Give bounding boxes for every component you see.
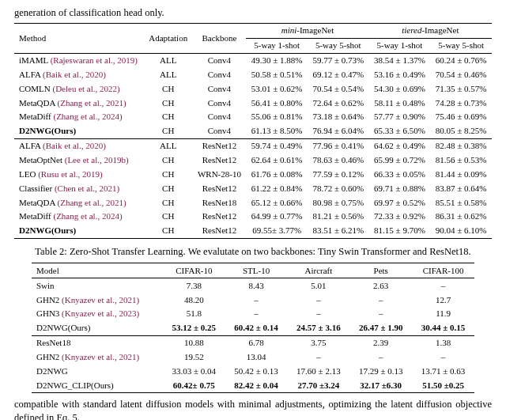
t1-head-adapt: Adaptation (144, 23, 193, 53)
table-cell: 7.38 (163, 278, 225, 293)
table-cell-model: GHN2 (Knyazev et al., 2021) (32, 293, 163, 307)
t1-head-mini: mini-mini-ImageNetImageNet (246, 23, 368, 38)
table-cell: 59.74 ± 0.49% (246, 138, 308, 153)
t2-head-0: Model (32, 263, 163, 278)
table-cell: 62.64 ± 0.61% (246, 153, 308, 167)
table-cell-model: Swin (32, 278, 163, 293)
table-cell: 61.13 ± 8.50% (246, 124, 308, 138)
table-cell: ALL (144, 67, 193, 81)
table-cell-method: ALFA (Baik et al., 2020) (14, 67, 144, 81)
table-cell: 19.52 (163, 350, 225, 364)
table-cell: CH (144, 96, 193, 110)
table-cell: 12.7 (412, 293, 474, 307)
table-cell: 60.42± 0.75 (163, 378, 225, 392)
t1-head-tiered: tiered-ImageNet (369, 23, 492, 38)
table-cell: 53.16 ± 0.49% (369, 67, 431, 81)
table-cell: – (349, 350, 412, 364)
table-cell: 72.33 ± 0.92% (369, 210, 431, 224)
table-cell: – (287, 350, 349, 364)
table-cell: CH (144, 124, 193, 138)
table-cell-model: GHN2 (Knyazev et al., 2021) (32, 350, 163, 364)
table-1: Method Adaptation Backbone mini-mini-Ima… (14, 23, 492, 239)
table-cell: 53.01 ± 0.62% (246, 81, 308, 96)
table-cell: CH (144, 181, 193, 195)
table-cell: 64.99 ± 0.77% (246, 210, 308, 224)
table-cell: 66.33 ± 0.05% (369, 167, 431, 181)
table-cell: 51.8 (163, 307, 225, 321)
table-cell: 61.22 ± 0.84% (246, 181, 308, 195)
table-cell: 70.54 ± 0.54% (308, 81, 369, 96)
table-cell: 83.51 ± 6.21% (308, 224, 369, 238)
table-cell-method: D2NWG(Ours) (14, 124, 144, 138)
table-cell: 81.21 ± 0.56% (308, 210, 369, 224)
table-cell: 13.04 (225, 350, 288, 364)
table-cell: 70.54 ± 0.46% (430, 67, 492, 81)
table-cell-model: D2NWG_CLIP(Ours) (32, 378, 163, 392)
table-cell: – (412, 350, 474, 364)
table-cell: ResNet12 (193, 138, 247, 153)
table-cell: 73.18 ± 0.64% (308, 110, 369, 124)
table-cell: 50.58 ± 0.51% (246, 67, 308, 81)
table-cell: 82.48 ± 0.38% (430, 138, 492, 153)
table-cell: 82.42 ± 0.04 (225, 378, 288, 392)
table-cell-model: GHN3 (Knyazev et al., 2023) (32, 307, 163, 321)
t2-head-4: Pets (349, 263, 412, 278)
table-cell: Conv4 (193, 81, 247, 96)
table-cell: 2.63 (349, 278, 412, 293)
table-cell: CH (144, 210, 193, 224)
table-cell-method: MetaQDA (Zhang et al., 2021) (14, 195, 144, 210)
t1-sub-c2: 5-way 5-shot (308, 38, 369, 53)
table-cell: 38.54 ± 1.37% (369, 53, 431, 67)
table-cell: 17.60 ± 2.13 (287, 364, 349, 378)
table-cell-method: MetaDiff (Zhang et al., 2024) (14, 210, 144, 224)
table-cell: CH (144, 195, 193, 210)
table-cell-method: iMAML (Rajeswaran et al., 2019) (14, 53, 144, 67)
table-cell: – (225, 307, 288, 321)
table-cell-method: LEO (Rusu et al., 2019) (14, 167, 144, 181)
t2-head-3: Aircraft (287, 263, 349, 278)
table-cell: 64.62 ± 0.49% (369, 138, 431, 153)
table-cell: CH (144, 110, 193, 124)
table-cell: 2.39 (349, 335, 412, 350)
table-cell: 27.70 ±3.24 (287, 378, 349, 392)
table-cell: Conv4 (193, 96, 247, 110)
table-cell: 65.99 ± 0.72% (369, 153, 431, 167)
table-cell: 5.01 (287, 278, 349, 293)
table-cell: ALL (144, 53, 193, 67)
table-cell-model: D2NWG (32, 364, 163, 378)
table-cell: 77.96 ± 0.41% (308, 138, 369, 153)
table-cell: 57.77 ± 0.90% (369, 110, 431, 124)
table-cell: 3.75 (287, 335, 349, 350)
table-cell: ALL (144, 138, 193, 153)
table-cell: 72.64 ± 0.62% (308, 96, 369, 110)
table-cell: 48.20 (163, 293, 225, 307)
table-cell: 71.35 ± 0.57% (430, 81, 492, 96)
table-cell: Conv4 (193, 110, 247, 124)
table-cell: 85.51 ± 0.58% (430, 195, 492, 210)
table-cell: ResNet12 (193, 224, 247, 238)
table-cell: ResNet18 (193, 195, 247, 210)
table-2-caption: Table 2: Zero-Shot Transfer Learning. We… (32, 245, 474, 259)
table-cell: 6.78 (225, 335, 288, 350)
table-cell: 8.43 (225, 278, 288, 293)
table-cell: 78.63 ± 0.46% (308, 153, 369, 167)
table-cell: – (349, 307, 412, 321)
table-cell-model: ResNet18 (32, 335, 163, 350)
table-cell: 26.47 ± 1.90 (349, 321, 412, 335)
t1-head-method: Method (14, 23, 144, 53)
table-cell: 17.29 ± 0.13 (349, 364, 412, 378)
table-cell: 69.97 ± 0.52% (369, 195, 431, 210)
table-cell: 75.46 ± 0.69% (430, 110, 492, 124)
t2-head-5: CIFAR-100 (412, 263, 474, 278)
table-cell: CH (144, 81, 193, 96)
table-cell: 81.44 ± 0.09% (430, 167, 492, 181)
table-cell: – (225, 293, 288, 307)
table-cell-method: COMLN (Deleu et al., 2022) (14, 81, 144, 96)
table-cell: 32.17 ±6.30 (349, 378, 412, 392)
table-cell: 80.98 ± 0.75% (308, 195, 369, 210)
table-cell: 65.33 ± 6.50% (369, 124, 431, 138)
table-cell: – (349, 293, 412, 307)
table-cell: 65.12 ± 0.66% (246, 195, 308, 210)
table-cell: 59.77 ± 0.73% (308, 53, 369, 67)
table-cell: CH (144, 167, 193, 181)
